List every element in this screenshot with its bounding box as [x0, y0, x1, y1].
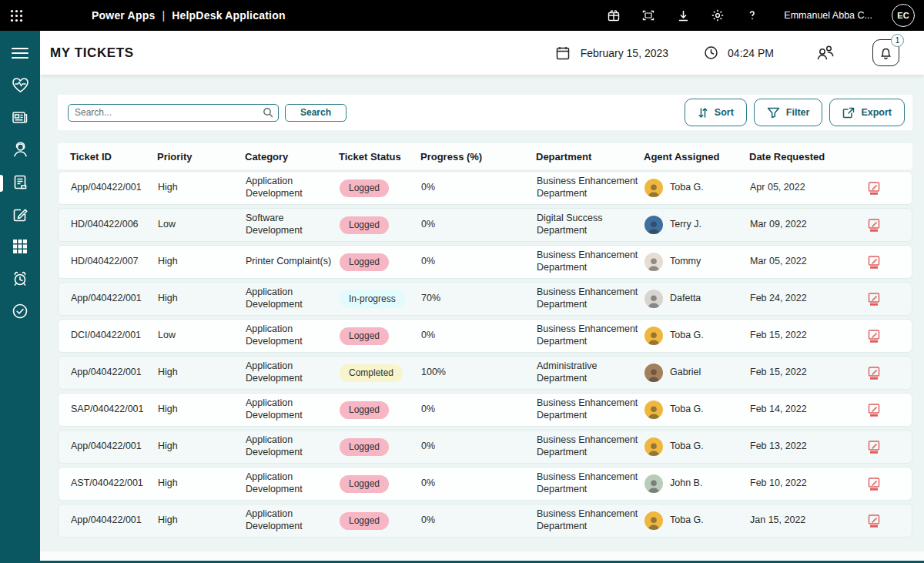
cell-ticket-id: HD/040422/007	[65, 256, 152, 268]
header-right: February 15, 2023 04:24 PM 1	[555, 39, 899, 66]
cell-priority: High	[152, 293, 239, 305]
status-pill: Logged	[340, 253, 389, 271]
sidebar-item-health[interactable]	[0, 70, 40, 102]
table-row: SAP/040422/001 High Application Developm…	[58, 393, 912, 427]
cell-agent: Toba G.	[638, 511, 744, 530]
edit-icon[interactable]	[867, 181, 881, 196]
avatar	[644, 253, 663, 271]
cell-action	[836, 218, 912, 233]
cell-status: Logged	[333, 475, 415, 493]
filter-label: Filter	[786, 107, 810, 118]
cell-action	[836, 292, 912, 307]
cell-priority: High	[152, 256, 239, 268]
sidebar-item-news[interactable]	[0, 102, 40, 135]
cell-date: Feb 15, 2022	[744, 367, 836, 379]
cell-priority: Low	[152, 219, 239, 231]
clock-icon	[704, 45, 718, 60]
cell-category: Application Development	[239, 397, 333, 421]
agent-name: Toba G.	[670, 514, 704, 527]
person-silhouette-icon	[645, 293, 662, 308]
cell-progress: 0%	[415, 219, 531, 231]
filter-button[interactable]: Filter	[754, 99, 823, 126]
column-header: Progress (%)	[414, 151, 530, 163]
download-icon[interactable]	[675, 8, 691, 23]
user-name[interactable]: Emmanuel Abba C...	[784, 10, 872, 21]
cell-status: Logged	[333, 216, 415, 234]
cell-action	[836, 255, 912, 270]
help-icon[interactable]	[745, 8, 760, 23]
cell-agent: Gabriel	[638, 364, 744, 382]
status-pill: Logged	[340, 438, 389, 456]
sort-button[interactable]: Sort	[685, 99, 747, 126]
edit-icon[interactable]	[867, 514, 881, 528]
cell-priority: High	[152, 478, 239, 490]
people-icon[interactable]	[815, 45, 835, 61]
person-silhouette-icon	[645, 404, 662, 419]
sidebar-item-tickets[interactable]	[0, 167, 40, 199]
sidebar-item-support[interactable]	[0, 135, 40, 167]
cell-department: Business Enhancement Department	[531, 250, 638, 273]
topbar-right: Emmanuel Abba C... EC	[606, 4, 915, 27]
cell-progress: 0%	[415, 256, 531, 268]
cell-progress: 0%	[415, 514, 531, 527]
person-silhouette-icon	[645, 219, 662, 234]
cell-status: Logged	[333, 179, 415, 197]
sidebar-item-reminders[interactable]	[0, 264, 40, 297]
status-pill: Logged	[340, 475, 389, 493]
waffle-icon[interactable]	[8, 8, 24, 23]
sidebar-item-compose[interactable]	[0, 199, 40, 232]
person-silhouette-icon	[645, 367, 662, 382]
sidebar-item-approvals[interactable]	[0, 297, 40, 329]
export-button[interactable]: Export	[829, 99, 905, 126]
avatar	[644, 290, 663, 308]
avatar	[644, 437, 663, 456]
edit-icon[interactable]	[867, 218, 881, 233]
cell-action	[836, 366, 912, 380]
settings-icon[interactable]	[710, 8, 725, 23]
app-subtitle: HelpDesk Application	[172, 9, 285, 22]
search-input[interactable]	[68, 104, 279, 122]
notifications-button[interactable]: 1	[872, 39, 899, 66]
cell-agent: Tommy	[638, 253, 744, 271]
agent-name: Toba G.	[670, 330, 704, 342]
edit-icon[interactable]	[867, 440, 881, 454]
health-pulse-icon	[12, 77, 29, 96]
column-header: Priority	[151, 151, 239, 163]
cell-category: Application Development	[239, 360, 333, 384]
edit-icon[interactable]	[867, 477, 881, 491]
sort-icon	[698, 107, 708, 119]
cell-date: Mar 09, 2022	[744, 219, 836, 231]
cell-status: Logged	[333, 253, 415, 271]
cell-date: Feb 15, 2022	[744, 330, 836, 342]
sidebar-item-apps[interactable]	[0, 232, 40, 264]
cell-category: Application Development	[239, 323, 333, 347]
cell-action	[836, 514, 912, 528]
main-content: Search Sort Filter Export	[40, 75, 924, 563]
teams-icon[interactable]	[606, 8, 621, 23]
cell-status: Logged	[333, 401, 415, 419]
edit-icon[interactable]	[867, 329, 881, 343]
active-indicator	[0, 175, 3, 192]
frame-icon[interactable]	[641, 8, 656, 23]
cell-priority: High	[152, 441, 239, 453]
cell-date: Feb 13, 2022	[744, 441, 836, 453]
menu-icon[interactable]	[0, 45, 40, 62]
cell-date: Feb 14, 2022	[744, 404, 836, 416]
agent-name: Gabriel	[670, 367, 701, 379]
user-avatar[interactable]: EC	[892, 4, 915, 27]
cell-department: Digital Success Department	[531, 213, 638, 236]
app-title-group: Power Apps | HelpDesk Application	[92, 9, 286, 22]
cell-progress: 0%	[415, 182, 531, 194]
edit-icon[interactable]	[867, 366, 881, 380]
edit-icon[interactable]	[867, 292, 881, 307]
table-row: DCI/040422/001 Low Application Developme…	[58, 319, 912, 353]
search-icon	[263, 107, 273, 121]
agent-name: John B.	[670, 478, 702, 490]
edit-icon[interactable]	[867, 255, 881, 270]
alarm-icon	[12, 270, 28, 290]
cell-status: Completed	[333, 364, 415, 382]
cell-ticket-id: App/040422/001	[65, 182, 152, 194]
sort-label: Sort	[715, 107, 734, 118]
search-button[interactable]: Search	[285, 104, 346, 122]
edit-icon[interactable]	[867, 403, 881, 417]
